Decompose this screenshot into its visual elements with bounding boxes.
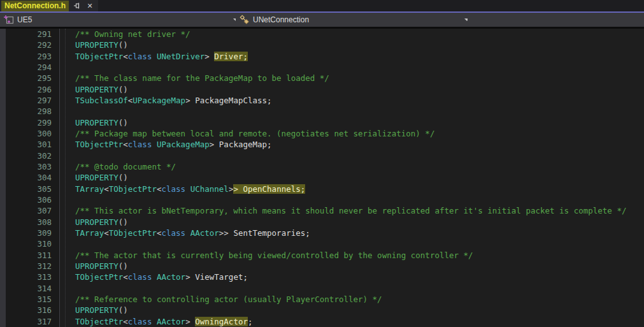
line-number: 304 [6,172,59,183]
code-line[interactable]: 303/** @todo document */ [6,161,644,172]
code-line[interactable]: 298 [6,106,644,117]
member-dropdown[interactable] [468,13,644,27]
code-token [152,317,157,326]
code-token: AActor [157,317,185,326]
code-line[interactable]: 299UPROPERTY() [6,117,644,128]
code-token: < [123,52,128,61]
line-number: 297 [6,95,59,106]
code-line[interactable]: 311/** The actor that is currently being… [6,250,644,261]
line-number: 311 [6,250,59,261]
code-line[interactable]: 291/** Owning net driver */ [6,29,644,40]
line-number: 307 [6,205,59,216]
code-token: < [123,317,128,326]
code-token: Driver; [214,52,248,61]
code-text: TArray<TObjectPtr<class UChannel>> OpenC… [59,184,644,194]
code-token: > [233,184,243,194]
code-line[interactable]: 293TObjectPtr<class UNetDriver> Driver; [6,51,644,62]
code-text: UPROPERTY() [59,172,644,183]
code-text: TArray<TObjectPtr<class AActor>> SentTem… [59,228,644,238]
code-line[interactable]: 301TObjectPtr<class UPackageMap> Package… [6,139,644,150]
code-editor[interactable]: 291/** Owning net driver */292UPROPERTY(… [0,29,644,327]
code-token: TObjectPtr [75,140,123,149]
code-token: AActor [190,228,219,238]
line-number: 298 [6,106,59,117]
code-line[interactable]: 297TSubclassOf<UPackageMap> PackageMapCl… [6,95,644,106]
code-token: < [123,140,128,149]
code-text: UPROPERTY() [59,261,644,272]
code-token: UPROPERTY [75,217,118,227]
code-line[interactable]: 294 [6,62,644,73]
code-line[interactable]: 312UPROPERTY() [6,261,644,272]
line-number: 312 [6,261,59,272]
indicator-margin [0,29,6,327]
code-token: UPROPERTY [75,305,118,315]
line-number: 295 [6,73,59,84]
code-token: UNetDriver [157,52,204,61]
code-text: /** The class name for the PackageMap to… [59,73,644,84]
code-token: > [185,317,195,326]
code-token: PackageMap; [219,140,272,149]
navigation-bar: UE5 UNetConnection [0,13,644,27]
code-token: UPackageMap [132,96,185,105]
code-token: ViewTarget; [195,272,248,282]
code-token: UPROPERTY [75,85,118,94]
code-line[interactable]: 315/** Reference to controlling actor (u… [6,294,644,305]
line-number: 315 [6,294,59,305]
document-tab[interactable]: NetConnection.h ✕ [0,0,98,11]
type-dropdown[interactable]: UNetConnection [236,13,473,27]
code-text: TObjectPtr<class AActor> OwningActor; [59,316,644,327]
code-line[interactable]: 309TArray<TObjectPtr<class AActor>> Sent… [6,228,644,238]
code-text: /** Owning net driver */ [59,29,644,40]
code-text [59,283,644,294]
code-token: () [118,305,128,315]
code-line[interactable]: 296UPROPERTY() [6,84,644,95]
line-number: 291 [6,29,59,40]
code-text: UPROPERTY() [59,305,644,316]
code-token: UPROPERTY [75,118,118,127]
code-line[interactable]: 306 [6,194,644,205]
code-line[interactable]: 317TObjectPtr<class AActor> OwningActor; [6,316,644,327]
code-line[interactable]: 308UPROPERTY() [6,217,644,228]
code-text: /** The actor that is currently being vi… [59,250,644,261]
line-number: 316 [6,305,59,316]
code-token: UPackageMap [157,140,210,149]
code-text [59,194,644,205]
code-token [152,52,157,61]
line-number: 308 [6,217,59,228]
code-token: /** This actor is bNetTemporary, which m… [75,206,626,215]
code-line[interactable]: 305TArray<TObjectPtr<class UChannel>> Op… [6,184,644,194]
code-token: UPROPERTY [75,261,118,271]
line-number: 313 [6,272,59,282]
code-line[interactable]: 310 [6,238,644,249]
code-line[interactable]: 313TObjectPtr<class AActor> ViewTarget; [6,272,644,282]
code-line[interactable]: 307/** This actor is bNetTemporary, whic… [6,205,644,216]
code-token: TObjectPtr [75,272,123,282]
code-line[interactable]: 302 [6,150,644,161]
code-line[interactable]: 292UPROPERTY() [6,40,644,50]
code-token: AActor [157,272,185,282]
close-icon[interactable]: ✕ [85,1,94,10]
line-number: 294 [6,62,59,73]
code-line[interactable]: 304UPROPERTY() [6,172,644,183]
code-line[interactable]: 300/** Package map between local and rem… [6,128,644,139]
code-line[interactable]: 295/** The class name for the PackageMap… [6,73,644,84]
code-text [59,62,644,73]
pin-icon[interactable] [73,1,82,10]
code-token: /** Package map between local and remote… [75,129,434,138]
line-number: 301 [6,139,59,150]
line-number: 314 [6,283,59,294]
code-token: > [204,52,214,61]
code-text [59,106,644,117]
code-token: > [185,96,195,105]
line-number: 296 [6,84,59,95]
code-line[interactable]: 316UPROPERTY() [6,305,644,316]
code-token: TSubclassOf [75,96,128,105]
project-dropdown[interactable]: UE5 [0,13,242,27]
code-text: UPROPERTY() [59,117,644,128]
code-token: > [185,272,195,282]
code-token: () [118,40,128,50]
class-icon [240,15,250,25]
code-token: UPROPERTY [75,40,118,50]
code-line[interactable]: 314 [6,283,644,294]
code-token: TObjectPtr [75,52,123,61]
